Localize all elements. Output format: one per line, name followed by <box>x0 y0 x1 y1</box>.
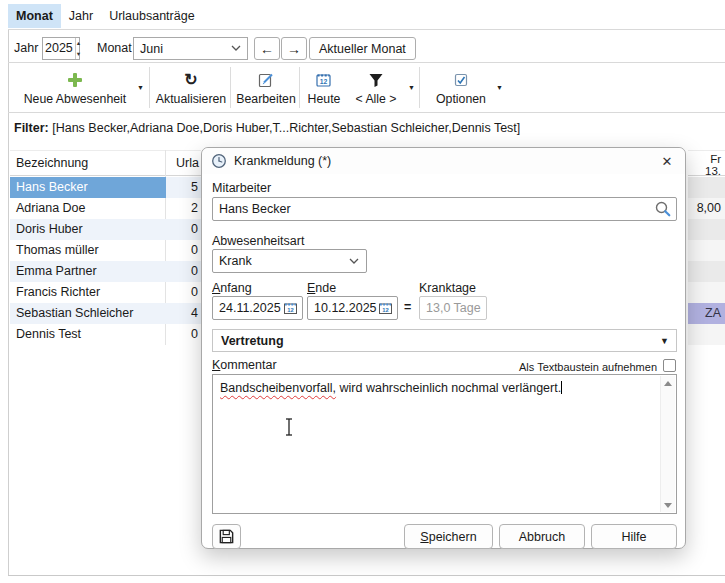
ende-date-input[interactable]: 10.12.2025 12 <box>307 296 398 320</box>
prev-month-button[interactable]: ← <box>254 37 280 60</box>
today-button[interactable]: 12 Heute <box>303 66 345 110</box>
refresh-label: Aktualisieren <box>156 92 226 106</box>
day-cell <box>688 177 725 198</box>
main-tabs: Monat Jahr Urlaubsanträge <box>8 4 203 28</box>
column-header-bezeichnung[interactable]: Bezeichnung <box>10 150 166 176</box>
day-cell <box>688 240 725 261</box>
column-header-day-line2: 13. <box>688 165 721 177</box>
table-row[interactable]: Hans Becker <box>10 177 166 198</box>
table-row[interactable]: Thomas müller <box>10 240 166 261</box>
abwesenheitsart-value: Krank <box>219 254 252 268</box>
left-arrow-icon: ← <box>260 41 274 57</box>
filter-value: [Hans Becker,Adriana Doe,Doris Huber,T..… <box>52 121 520 135</box>
toolbar-separator <box>230 67 231 108</box>
abbruch-button[interactable]: Abbruch <box>499 524 585 549</box>
column-header-day[interactable]: Fr 13. <box>688 150 725 176</box>
abbruch-label: Abbruch <box>519 530 566 544</box>
toolbar-separator <box>419 67 420 108</box>
svg-text:12: 12 <box>320 78 328 85</box>
text-caret <box>561 381 562 394</box>
chevron-down-icon <box>349 258 359 265</box>
next-month-button[interactable]: → <box>281 37 307 60</box>
new-absence-dropdown[interactable]: ▼ <box>137 84 144 91</box>
kranktage-readonly-field: 13,0 Tage <box>419 296 487 320</box>
anfang-rest: nfang <box>220 281 251 295</box>
refresh-icon: ↻ <box>184 71 197 90</box>
abwesenheitsart-label: Abwesenheitsart <box>212 234 304 248</box>
scroll-down-icon[interactable] <box>661 498 674 512</box>
refresh-button[interactable]: ↻ Aktualisieren <box>154 66 228 110</box>
vertretung-expander[interactable]: Vertretung ▼ <box>212 329 677 352</box>
controls-separator <box>8 62 725 63</box>
new-absence-button[interactable]: Neue Abwesenheit <box>16 66 134 110</box>
toolbar-separator <box>299 67 300 108</box>
mitarbeiter-input[interactable]: Hans Becker <box>212 197 677 221</box>
right-arrow-icon: → <box>287 41 301 57</box>
urlaub-cell: 5 <box>166 177 201 198</box>
month-select[interactable]: Juni <box>133 37 248 60</box>
abwesenheitsart-select[interactable]: Krank <box>212 249 367 273</box>
kranktage-label: Kranktage <box>419 281 476 295</box>
expander-dropdown-icon: ▼ <box>660 336 669 346</box>
filter-bar: Filter: [Hans Becker,Adriana Doe,Doris H… <box>14 121 520 135</box>
year-up-button[interactable]: ▲ <box>76 38 81 49</box>
search-icon[interactable] <box>654 200 672 218</box>
textarea-scrollbar[interactable] <box>660 376 675 512</box>
speichern-label: Speichern <box>420 530 476 544</box>
tab-urlaubsantraege[interactable]: Urlaubsanträge <box>101 4 202 28</box>
day-column: 8,00 ZA <box>688 177 725 345</box>
checkbox-check-icon <box>453 71 469 90</box>
year-spin-buttons: ▲ ▼ <box>75 38 81 59</box>
speichern-rest: peichern <box>429 530 477 544</box>
ende-label: Ende <box>307 281 336 295</box>
tab-monat[interactable]: Monat <box>8 4 61 28</box>
new-absence-label: Neue Abwesenheit <box>24 92 127 106</box>
speichern-button[interactable]: Speichern <box>404 524 493 549</box>
day-cell <box>688 219 725 240</box>
table-row[interactable]: Emma Partner <box>10 261 166 282</box>
table-row[interactable]: Doris Huber <box>10 219 166 240</box>
year-spinner[interactable]: 2025 ▲ ▼ <box>42 37 80 60</box>
close-icon[interactable]: ✕ <box>657 152 677 171</box>
floppy-disk-icon <box>218 528 235 545</box>
column-header-urlaub[interactable]: Urla <box>166 150 201 176</box>
calendar-picker-icon[interactable]: 12 <box>378 301 393 315</box>
toolbar-separator <box>149 67 150 108</box>
table-row[interactable]: Dennis Test <box>10 324 166 345</box>
current-month-button[interactable]: Aktueller Monat <box>309 37 416 60</box>
kommentar-textarea[interactable]: Bandscheibenvorfall, wird wahrscheinlich… <box>212 374 677 514</box>
save-icon-button[interactable] <box>212 524 241 549</box>
options-button[interactable]: Optionen <box>432 66 490 110</box>
vertretung-label: Vertretung <box>221 334 284 348</box>
anfang-date-input[interactable]: 24.11.2025 12 <box>212 296 303 320</box>
scroll-up-icon[interactable] <box>661 376 674 390</box>
month-value: Juni <box>140 42 163 56</box>
dialog-title: Krankmeldung (*) <box>234 154 331 168</box>
filter-all-button[interactable]: < Alle > <box>348 66 404 110</box>
calendar-picker-icon[interactable]: 12 <box>283 301 298 315</box>
tab-urlaubsantraege-label: Urlaubsanträge <box>109 9 194 23</box>
edit-button[interactable]: Bearbeiten <box>235 66 297 110</box>
anfang-label: Anfang <box>212 281 252 295</box>
textbaustein-checkbox[interactable] <box>663 359 676 372</box>
tab-jahr[interactable]: Jahr <box>61 4 101 28</box>
equals-sign: = <box>404 300 411 314</box>
hilfe-button[interactable]: Hilfe <box>591 524 677 549</box>
mitarbeiter-label: Mitarbeiter <box>212 181 271 195</box>
options-dropdown[interactable]: ▼ <box>496 84 503 91</box>
day-cell <box>688 261 725 282</box>
urlaub-value-column: 5 2 0 0 0 0 4 0 <box>166 177 201 345</box>
svg-text:12: 12 <box>287 307 293 313</box>
table-row[interactable]: Sebastian Schleicher <box>10 303 166 324</box>
year-down-button[interactable]: ▼ <box>76 49 81 60</box>
filter-all-dropdown[interactable]: ▼ <box>408 84 415 91</box>
day-cell <box>688 324 725 345</box>
today-label: Heute <box>308 92 341 106</box>
dialog-titlebar[interactable]: Krankmeldung (*) <box>202 148 685 174</box>
table-row[interactable]: Francis Richter <box>10 282 166 303</box>
urlaub-cell: 0 <box>166 240 201 261</box>
year-value[interactable]: 2025 <box>43 38 75 59</box>
kommentar-label: Kommentar <box>212 358 277 372</box>
urlaub-cell: 2 <box>166 198 201 219</box>
table-row[interactable]: Adriana Doe <box>10 198 166 219</box>
